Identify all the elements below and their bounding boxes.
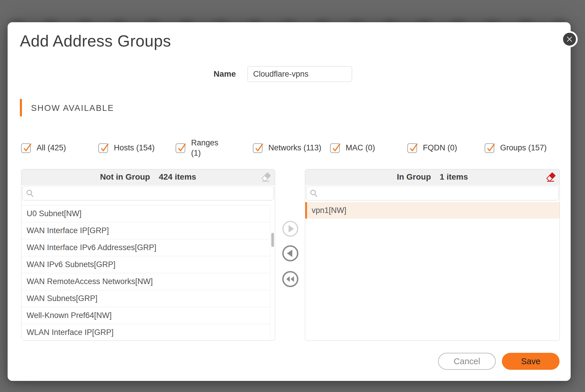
double-arrow-left-icon [282,271,299,288]
panel-item-count: 424 items [159,172,196,182]
filter-label: Groups (157) [500,143,547,153]
filter-item[interactable]: Ranges (1) [176,138,253,158]
not-in-group-panel: Not in Group 424 items [21,169,275,341]
filter-label: Networks (113) [268,143,321,153]
arrow-right-icon [282,220,299,237]
eraser-icon [261,172,271,183]
arrow-left-icon [282,245,299,262]
checkbox[interactable] [253,143,263,153]
filter-label: FQDN (0) [423,143,457,153]
filter-label: All (425) [37,143,66,153]
add-address-groups-dialog: Add Address Groups Name SHOW AVAILABLE A… [8,22,571,381]
right-search [306,186,559,200]
close-icon [565,35,574,43]
blurred-background-content [0,8,585,22]
in-group-panel: In Group 1 items [305,169,560,341]
filter-item[interactable]: Hosts (154) [98,143,176,153]
check-icon [408,142,420,154]
clear-right-list-button[interactable] [545,172,556,183]
in-group-list: vpn1[NW] [305,202,560,340]
list-item[interactable]: WAN Interface IPv6 Addresses[GRP] [21,239,270,256]
list-item[interactable]: Well-Known Pref64[NW] [21,307,270,324]
in-group-header: In Group 1 items [305,169,560,185]
filter-checkbox-row: All (425) Hosts (154) [21,135,565,161]
list-item[interactable]: U0 Subnet[NW] [21,205,270,222]
dialog-title: Add Address Groups [20,32,171,50]
list-item[interactable]: WLAN Interface IP[GRP] [21,324,270,340]
filter-label: Ranges (1) [191,138,225,158]
move-right-button[interactable] [282,220,299,237]
panel-item-count: 1 items [440,172,468,182]
check-icon [330,142,343,154]
cancel-button[interactable]: Cancel [438,353,496,370]
left-search [22,186,274,200]
panel-title: In Group [397,172,431,182]
move-left-button[interactable] [282,245,299,262]
right-search-input[interactable] [306,186,559,200]
filter-item[interactable]: Groups (157) [485,143,562,153]
move-all-left-button[interactable] [282,271,299,288]
close-button[interactable] [561,31,578,47]
selected-list-item[interactable]: vpn1[NW] [305,202,560,219]
filter-item[interactable]: FQDN (0) [407,143,485,153]
list-item[interactable]: WAN Subnets[GRP] [21,290,270,307]
panel-title: Not in Group [100,172,150,182]
screen-background: Add Address Groups Name SHOW AVAILABLE A… [0,0,585,392]
name-input[interactable] [248,66,352,82]
not-in-group-header: Not in Group 424 items [21,169,275,185]
clear-left-list-button[interactable] [261,172,271,183]
list-item[interactable]: WAN Interface IP[GRP] [21,222,270,239]
filter-item[interactable]: Networks (113) [253,143,330,153]
checkbox[interactable] [21,143,31,153]
checkbox[interactable] [485,143,494,153]
section-title: SHOW AVAILABLE [31,101,114,115]
section-accent-bar [20,99,22,116]
filter-item[interactable]: All (425) [21,143,98,153]
checkbox[interactable] [330,143,340,153]
checkbox[interactable] [176,143,185,153]
check-icon [176,142,188,154]
checkbox[interactable] [98,143,108,153]
check-icon [253,142,265,154]
check-icon [99,142,111,154]
check-icon [485,142,497,154]
name-label: Name [193,66,236,82]
filter-item[interactable]: MAC (0) [330,143,407,153]
save-button[interactable]: Save [502,353,560,370]
list-item[interactable]: WAN RemoteAccess Networks[NW] [21,273,270,290]
check-icon [21,142,34,154]
list-item[interactable]: WAN IPv6 Subnets[GRP] [21,256,270,273]
scrollbar-thumb[interactable] [271,233,274,247]
not-in-group-list: U0 Subnet[NW] WAN Interface IP[GRP] WAN … [21,205,270,340]
eraser-icon [545,172,556,183]
filter-label: Hosts (154) [114,143,155,153]
left-search-input[interactable] [22,186,274,200]
filter-label: MAC (0) [346,143,375,153]
checkbox[interactable] [407,143,417,153]
